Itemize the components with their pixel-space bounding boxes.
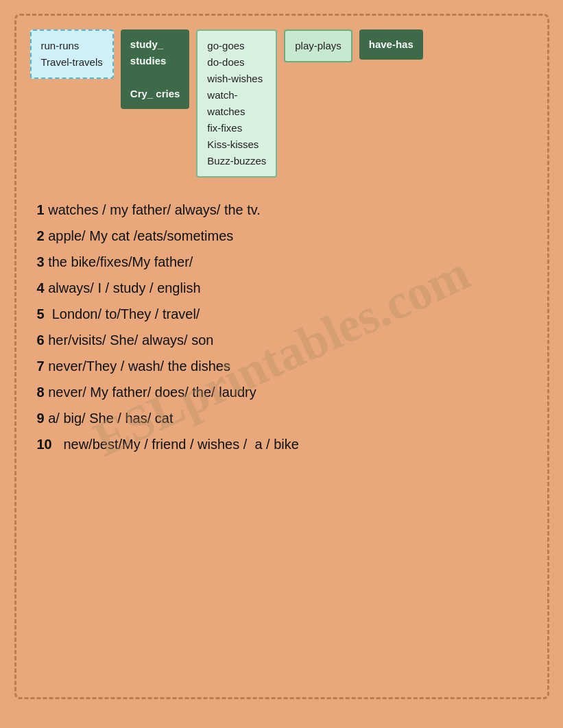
verb-line: do-does bbox=[207, 54, 266, 71]
verb-line: run-runs bbox=[41, 38, 103, 54]
sentence-9: 9 a/ big/ She / has/ cat bbox=[37, 407, 527, 430]
verb-boxes-section: run-runs Travel-travels study_ studies C… bbox=[30, 29, 534, 178]
verb-line: watch- bbox=[207, 87, 266, 104]
verb-line: studies bbox=[130, 53, 180, 69]
sentence-4: 4 always/ I / study / english bbox=[37, 276, 527, 300]
verb-line: study_ bbox=[130, 36, 180, 53]
sentence-5: 5 London/ to/They / travel/ bbox=[37, 302, 527, 326]
verb-box-study: study_ studies Cry_ cries bbox=[121, 29, 190, 109]
verb-line: Travel-travels bbox=[41, 54, 103, 71]
verb-box-go: go-goes do-does wish-wishes watch- watch… bbox=[196, 29, 277, 178]
verb-line: wish-wishes bbox=[207, 71, 266, 87]
verb-line bbox=[130, 69, 180, 86]
verb-line: watches bbox=[207, 104, 266, 120]
page: run-runs Travel-travels study_ studies C… bbox=[14, 14, 549, 699]
sentence-7: 7 never/They / wash/ the dishes bbox=[37, 354, 527, 378]
sentence-2: 2 apple/ My cat /eats/sometimes bbox=[37, 224, 527, 247]
verb-line: Kiss-kisses bbox=[207, 136, 266, 153]
sentence-10: 10 new/best/My / friend / wishes / a / b… bbox=[37, 433, 527, 456]
verb-box-play: play-plays bbox=[284, 29, 352, 62]
sentences-list: 1 watches / my father/ always/ the tv. 2… bbox=[30, 198, 534, 456]
sentence-6: 6 her/visits/ She/ always/ son bbox=[37, 328, 527, 352]
verb-box-run: run-runs Travel-travels bbox=[30, 29, 114, 79]
sentence-8: 8 never/ My father/ does/ the/ laudry bbox=[37, 380, 527, 404]
verb-line: go-goes bbox=[207, 38, 266, 54]
verb-box-have: have-has bbox=[359, 29, 423, 60]
verb-line: play-plays bbox=[295, 38, 342, 54]
sentence-3: 3 the bike/fixes/My father/ bbox=[37, 250, 527, 274]
verb-line: fix-fixes bbox=[207, 120, 266, 136]
verb-line: Buzz-buzzes bbox=[207, 153, 266, 169]
verb-line: have-has bbox=[369, 36, 414, 53]
sentence-1: 1 watches / my father/ always/ the tv. bbox=[37, 198, 527, 221]
verb-line: Cry_ cries bbox=[130, 86, 180, 102]
